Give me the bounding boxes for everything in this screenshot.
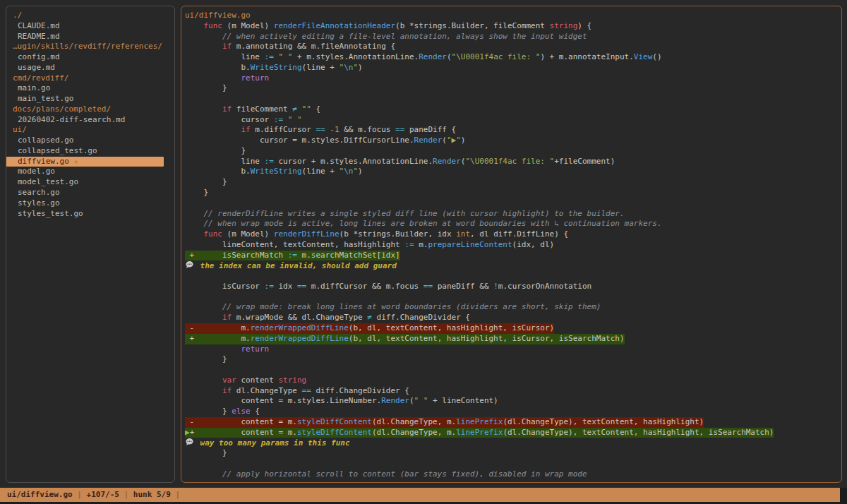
- line-content: lineContent, textContent, hasHighlight :…: [185, 240, 554, 251]
- code-line: }: [185, 83, 841, 94]
- line-content: var content string: [185, 376, 306, 386]
- file-label: model.go: [18, 167, 55, 176]
- file-label: ./: [13, 11, 22, 20]
- line-content: - m.renderWrappedDiffLine(b, dl, textCon…: [185, 323, 554, 334]
- line-content: }: [185, 188, 208, 198]
- blank-line: [185, 459, 841, 469]
- blank-line: [185, 271, 841, 282]
- speech-bubble-icon: [185, 260, 196, 272]
- line-content: line := " " + m.styles.AnnotationLine.Re…: [185, 52, 662, 63]
- blank-line: [185, 94, 841, 104]
- code-line: if m.diffCursor == -1 && m.focus == pane…: [185, 125, 841, 136]
- line-content: if m.wrapMode && dl.ChangeType ≠ diff.Ch…: [185, 313, 470, 323]
- file-label: main.go: [18, 83, 50, 92]
- file-tree-sidebar: ./CLAUDE.mdREADME.md…ugin/skills/revdiff…: [6, 6, 175, 483]
- sidebar-item-diffview.go[interactable]: diffview.go ★: [6, 157, 164, 167]
- line-content: b.WriteString(line + "\n"): [185, 167, 363, 177]
- status-file-path: ui/diffview.go: [7, 490, 73, 499]
- line-content: if m.diffCursor == -1 && m.focus == pane…: [185, 125, 456, 136]
- sidebar-item-model-test.go[interactable]: model_test.go: [6, 177, 174, 188]
- line-content: return: [185, 73, 269, 84]
- sidebar-item-collapsed.go[interactable]: collapsed.go: [6, 136, 174, 146]
- line-content: }: [185, 354, 227, 365]
- file-label: collapsed_test.go: [18, 146, 97, 155]
- sidebar-item-search.go[interactable]: search.go: [6, 188, 174, 198]
- diff-cursor-icon: ▶: [185, 428, 190, 437]
- code-line: if m.wrapMode && dl.ChangeType ≠ diff.Ch…: [185, 313, 841, 323]
- sidebar-item-model.go[interactable]: model.go: [6, 167, 174, 177]
- line-content: ▶+ content = m.styleDiffContent(dl.Chang…: [185, 428, 774, 438]
- line-content: if fileComment ≠ "" {: [185, 104, 320, 115]
- code-line: func (m Model) renderFileAnnotationHeade…: [185, 21, 841, 32]
- status-hunk-position: hunk 5/9: [133, 490, 171, 499]
- code-line: return: [185, 344, 841, 355]
- sidebar-item-readme.md[interactable]: README.md: [6, 32, 174, 42]
- code-line: func (m Model) renderDiffLine(b *strings…: [185, 229, 841, 240]
- code-line: }: [185, 177, 841, 188]
- annotation-text: way too many params in this func: [196, 439, 350, 448]
- file-label: main_test.go: [18, 94, 73, 103]
- status-bar-gap: [840, 488, 847, 502]
- sidebar-item-docs-plans-completed-[interactable]: docs/plans/completed/: [6, 104, 174, 115]
- line-content: - content = m.styleDiffContent(dl.Change…: [185, 417, 704, 428]
- file-label: search.go: [18, 188, 60, 197]
- code-line: }: [185, 354, 841, 365]
- line-content: // wrap mode: break long lines at word b…: [185, 302, 601, 313]
- sidebar-item-20260402-diff-search.md[interactable]: 20260402-diff-search.md: [6, 115, 174, 126]
- line-content: }: [185, 177, 227, 188]
- code-line: }: [185, 448, 841, 459]
- diff-added-line: + isSearchMatch := m.searchMatchSet[idx]: [185, 251, 841, 261]
- file-label: docs/plans/completed/: [13, 104, 111, 114]
- code-line: isCursor := idx == m.diffCursor && m.foc…: [185, 282, 841, 292]
- line-content: }: [185, 146, 246, 157]
- file-tree-list: ./CLAUDE.mdREADME.md…ugin/skills/revdiff…: [6, 11, 174, 219]
- code-line: if m.annotating && m.fileAnnotating {: [185, 42, 841, 52]
- file-label: collapsed.go: [18, 136, 73, 145]
- code-line: var content string: [185, 376, 841, 386]
- sidebar-item-config.md[interactable]: config.md: [6, 52, 174, 63]
- file-label: 20260402-diff-search.md: [18, 115, 125, 124]
- code-line: }: [185, 146, 841, 157]
- diff-added-line: ▶+ content = m.styleDiffContent(dl.Chang…: [185, 428, 841, 438]
- annotation-line: way too many params in this func: [185, 438, 841, 448]
- sidebar-item--ugin-skills-revdiff-references-[interactable]: …ugin/skills/revdiff/references/: [6, 42, 174, 52]
- line-content: + isSearchMatch := m.searchMatchSet[idx]: [185, 251, 400, 261]
- annotation-line: the index can be invalid, should add gua…: [185, 260, 841, 271]
- code-lines: func (m Model) renderFileAnnotationHeade…: [185, 21, 841, 480]
- file-label: diffview.go: [18, 157, 69, 166]
- line-content: // renderDiffLine writes a single styled…: [185, 209, 625, 220]
- sidebar-item-claude.md[interactable]: CLAUDE.md: [6, 21, 174, 32]
- line-content: return: [185, 344, 269, 355]
- diff-removed-line: - m.renderWrappedDiffLine(b, dl, textCon…: [185, 323, 841, 334]
- line-content: }: [185, 448, 227, 459]
- sidebar-item-cmd-revdiff-[interactable]: cmd/revdiff/: [6, 73, 174, 84]
- code-line: // wrap mode: break long lines at word b…: [185, 302, 841, 313]
- sidebar-item-styles-test.go[interactable]: styles_test.go: [6, 209, 174, 220]
- blank-line: [185, 198, 841, 209]
- status-divider: |: [171, 490, 180, 499]
- sidebar-item-ui-[interactable]: ui/: [6, 125, 174, 136]
- sidebar-item-styles.go[interactable]: styles.go: [6, 198, 174, 209]
- line-content: if dl.ChangeType == diff.ChangeDivider {: [185, 386, 409, 397]
- annotation-text: the index can be invalid, should add gua…: [196, 262, 397, 271]
- file-label: config.md: [18, 52, 60, 61]
- line-content: cursor = m.styles.DiffCursorLine.Render(…: [185, 136, 465, 146]
- code-line: // renderDiffLine writes a single styled…: [185, 209, 841, 220]
- sidebar-item-.-[interactable]: ./: [6, 11, 174, 21]
- line-content: func (m Model) renderFileAnnotationHeade…: [185, 21, 591, 32]
- sidebar-item-usage.md[interactable]: usage.md: [6, 63, 174, 73]
- line-content: } else {: [185, 407, 260, 417]
- blank-line: [185, 365, 841, 376]
- file-label: README.md: [18, 32, 60, 41]
- code-line: line := " " + m.styles.AnnotationLine.Re…: [185, 52, 841, 63]
- line-content: + m.renderWrappedDiffLine(b, dl, textCon…: [185, 334, 625, 344]
- code-line: cursor = m.styles.DiffCursorLine.Render(…: [185, 136, 841, 146]
- sidebar-item-collapsed-test.go[interactable]: collapsed_test.go: [6, 146, 174, 157]
- code-line: cursor := " ": [185, 115, 841, 126]
- sidebar-item-main.go[interactable]: main.go: [6, 83, 174, 94]
- line-content: // apply horizontal scroll to content (b…: [185, 469, 587, 480]
- file-label: usage.md: [18, 63, 55, 72]
- sidebar-item-main-test.go[interactable]: main_test.go: [6, 94, 174, 104]
- status-divider: |: [119, 490, 133, 499]
- file-label: styles_test.go: [18, 209, 83, 218]
